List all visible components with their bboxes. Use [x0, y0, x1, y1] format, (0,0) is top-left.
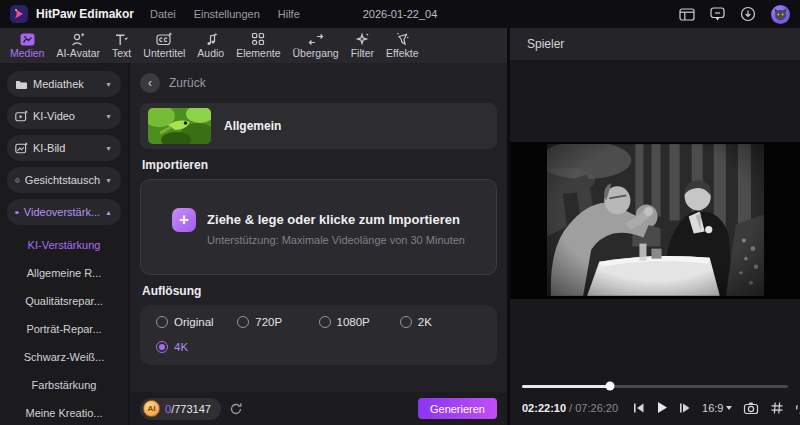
sidebar-item-ki-bild[interactable]: KI-Bild ▼	[7, 135, 121, 161]
aspect-ratio-value: 16:9	[702, 402, 723, 414]
tab-label: Text	[112, 47, 131, 59]
seekbar[interactable]	[522, 380, 788, 392]
radio-1080p[interactable]: 1080P	[319, 316, 400, 328]
tab-label: Audio	[197, 47, 224, 59]
tab-untertitel[interactable]: Untertitel	[137, 30, 191, 61]
sidebar-subitem-ki-verstaerkung[interactable]: KI-Verstärkung	[7, 231, 121, 259]
snapshot-camera-icon[interactable]	[743, 401, 759, 415]
tab-label: Übergang	[293, 47, 339, 59]
sidebar-item-ki-video[interactable]: KI-Video ▼	[7, 103, 121, 129]
tab-text[interactable]: Text	[106, 30, 137, 61]
time-display: 02:22:10 / 07:26:20	[522, 402, 618, 414]
tab-ai-avatar[interactable]: AI-Avatar	[50, 30, 106, 61]
tab-filter[interactable]: Filter	[345, 30, 380, 61]
main-panel: ‹ Zurück	[130, 63, 507, 425]
account-avatar[interactable]	[771, 5, 790, 24]
sidebar-subitem-schwarz-weiss[interactable]: Schwarz-Weiß...	[7, 343, 121, 371]
sidebar: Mediathek ▼ KI-Video ▼ KI-Bild ▼	[0, 63, 130, 425]
sidebar-item-label: Gesichtstausch	[25, 174, 100, 186]
ai-image-icon	[15, 142, 28, 155]
radio-circle-icon	[319, 316, 331, 328]
sidebar-item-mediathek[interactable]: Mediathek ▼	[7, 71, 121, 97]
resolution-heading: Auflösung	[142, 284, 495, 298]
player-panel: Spieler	[510, 28, 800, 425]
radio-circle-icon	[237, 316, 249, 328]
resolution-card: Original 720P 1080P 2K 4K	[140, 305, 497, 365]
resolution-row: Original 720P 1080P 2K	[156, 316, 481, 328]
menu-hilfe[interactable]: Hilfe	[278, 8, 300, 20]
tab-label: AI-Avatar	[56, 47, 100, 59]
tab-medien[interactable]: Medien	[4, 30, 50, 61]
credits-total: /773147	[171, 403, 211, 415]
sidebar-item-label: KI-Bild	[33, 142, 65, 154]
radio-label: 4K	[174, 341, 188, 353]
tab-elemente[interactable]: Elemente	[230, 30, 286, 61]
sidebar-item-gesichtstausch[interactable]: Gesichtstausch ▼	[7, 167, 121, 193]
player-controls: 02:22:10 / 07:26:20 16:9	[510, 380, 800, 425]
app-logo-icon	[10, 5, 28, 23]
radio-circle-icon	[156, 316, 168, 328]
chevron-up-icon: ▲	[105, 209, 112, 216]
radio-original[interactable]: Original	[156, 316, 237, 328]
radio-label: 2K	[418, 316, 432, 328]
grid-icon[interactable]	[770, 401, 784, 415]
aspect-ratio-dropdown[interactable]: 16:9	[702, 402, 732, 414]
radio-label: 720P	[255, 316, 282, 328]
subtitles-icon	[156, 32, 173, 46]
preset-card[interactable]: Allgemein	[140, 103, 497, 149]
media-icon	[20, 32, 35, 46]
sidebar-subitem-qualitaetsreparatur[interactable]: Qualitätsrepar...	[7, 287, 121, 315]
next-frame-icon[interactable]	[679, 402, 691, 414]
player-header: Spieler	[510, 28, 800, 60]
radio-label: 1080P	[337, 316, 370, 328]
play-icon[interactable]	[656, 401, 668, 414]
avatar-person-icon	[70, 32, 86, 46]
radio-720p[interactable]: 720P	[237, 316, 318, 328]
tab-label: Untertitel	[143, 47, 185, 59]
refresh-icon[interactable]	[229, 402, 243, 416]
tab-label: Medien	[10, 47, 44, 59]
sidebar-subitem-farbstaerkung[interactable]: Farbstärkung	[7, 371, 121, 399]
tab-label: Effekte	[386, 47, 419, 59]
credits-pill[interactable]: AI 0/773147	[140, 398, 221, 420]
video-letterbox	[510, 142, 800, 299]
import-heading: Importieren	[142, 158, 495, 172]
tab-uebergang[interactable]: Übergang	[287, 30, 345, 61]
sidebar-subitem-portraet-reparatur[interactable]: Porträt-Repar...	[7, 315, 121, 343]
main-bottom-bar: AI 0/773147 Generieren	[130, 392, 507, 425]
transport-row: 02:22:10 / 07:26:20 16:9	[522, 395, 788, 420]
back-button[interactable]: ‹	[140, 73, 160, 93]
folder-icon	[15, 78, 28, 91]
generate-button[interactable]: Generieren	[418, 398, 497, 419]
audio-note-icon	[204, 32, 218, 46]
chevron-down-icon: ▼	[105, 113, 112, 120]
seek-handle[interactable]	[605, 382, 614, 391]
radio-2k[interactable]: 2K	[400, 316, 481, 328]
feedback-icon[interactable]	[710, 7, 725, 21]
back-label: Zurück	[169, 76, 206, 90]
ai-video-icon	[15, 110, 28, 123]
transition-arrows-icon	[308, 32, 324, 46]
fullscreen-icon[interactable]	[795, 401, 800, 415]
tab-effekte[interactable]: Effekte	[380, 30, 425, 61]
import-dropzone[interactable]: + Ziehe & lege oder klicke zum Importier…	[140, 179, 497, 275]
sidebar-item-label: Videoverstärk...	[24, 206, 100, 218]
previous-frame-icon[interactable]	[633, 402, 645, 414]
sidebar-item-videoverstaerkung[interactable]: Videoverstärk... ▲	[7, 199, 121, 225]
download-icon[interactable]	[740, 6, 756, 22]
radio-4k[interactable]: 4K	[156, 341, 237, 353]
left-pane: Medien AI-Avatar Text	[0, 28, 510, 425]
resolution-row: 4K	[156, 341, 481, 353]
total-time: 07:26:20	[575, 402, 618, 414]
filter-sparkle-icon	[355, 32, 370, 46]
tab-audio[interactable]: Audio	[191, 30, 230, 61]
menu-einstellungen[interactable]: Einstellungen	[194, 8, 260, 20]
menu-datei[interactable]: Datei	[150, 8, 176, 20]
plus-icon: +	[172, 208, 196, 232]
text-icon	[114, 32, 129, 46]
layout-panels-icon[interactable]	[679, 8, 695, 21]
sidebar-subitem-meine-kreationen[interactable]: Meine Kreatio...	[7, 399, 121, 425]
video-frame-image[interactable]	[547, 144, 764, 296]
back-row: ‹ Zurück	[140, 71, 497, 95]
sidebar-subitem-allgemeine-reparatur[interactable]: Allgemeine R...	[7, 259, 121, 287]
